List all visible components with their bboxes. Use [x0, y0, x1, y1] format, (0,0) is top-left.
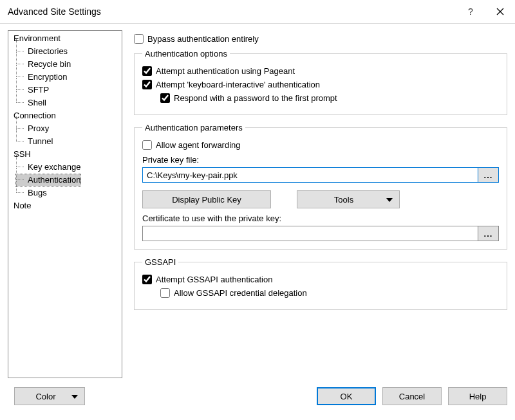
auth-params-group: Authentication parameters Allow agent fo… — [134, 123, 507, 250]
tree-directories[interactable]: Directories — [8, 45, 122, 58]
tree-encryption[interactable]: Encryption — [8, 71, 122, 84]
agent-fwd-label: Allow agent forwarding — [156, 140, 241, 150]
ok-button[interactable]: OK — [317, 387, 376, 405]
tree-connection[interactable]: Connection — [8, 109, 122, 122]
private-key-label: Private key file: — [142, 155, 499, 165]
gssapi-deleg-label: Allow GSSAPI credential delegation — [174, 288, 307, 298]
tree-tunnel[interactable]: Tunnel — [8, 135, 122, 148]
color-button[interactable]: Color — [14, 387, 85, 405]
gssapi-deleg-checkbox[interactable] — [160, 288, 170, 298]
help-button[interactable]: Help — [448, 387, 507, 405]
respond-checkbox[interactable] — [160, 93, 170, 103]
respond-label: Respond with a password to the first pro… — [174, 93, 337, 103]
certificate-browse-button[interactable]: ... — [478, 226, 499, 241]
auth-options-group: Authentication options Attempt authentic… — [134, 49, 507, 115]
cancel-button[interactable]: Cancel — [382, 387, 442, 405]
auth-options-legend: Authentication options — [142, 49, 230, 59]
pageant-label: Attempt authentication using Pageant — [156, 66, 295, 76]
gssapi-attempt-checkbox[interactable] — [142, 275, 152, 284]
gssapi-legend: GSSAPI — [142, 257, 178, 267]
certificate-label: Certificate to use with the private key: — [142, 214, 499, 223]
tools-button-label: Tools — [334, 195, 353, 205]
nav-tree[interactable]: Environment Directories Recycle bin Encr… — [8, 30, 122, 378]
bypass-auth-checkbox[interactable] — [134, 34, 144, 44]
tree-environment[interactable]: Environment — [8, 32, 122, 45]
chevron-down-icon — [386, 198, 393, 202]
certificate-input[interactable] — [142, 226, 478, 241]
kbint-label: Attempt 'keyboard-interactive' authentic… — [156, 80, 320, 89]
tree-bugs[interactable]: Bugs — [8, 187, 122, 199]
auth-params-legend: Authentication parameters — [142, 123, 245, 132]
color-button-label: Color — [35, 392, 55, 401]
dialog-footer: Color OK Cancel Help — [0, 381, 515, 412]
tree-key-exchange[interactable]: Key exchange — [8, 161, 122, 174]
tree-authentication[interactable]: Authentication — [8, 174, 122, 187]
private-key-browse-button[interactable]: ... — [478, 167, 499, 183]
content-pane: Bypass authentication entirely Authentic… — [122, 30, 507, 381]
display-public-key-button[interactable]: Display Public Key — [142, 190, 271, 208]
pageant-checkbox[interactable] — [142, 66, 152, 76]
tree-note[interactable]: Note — [8, 199, 122, 212]
tree-sftp[interactable]: SFTP — [8, 84, 122, 96]
gssapi-attempt-label: Attempt GSSAPI authentication — [156, 275, 272, 284]
kbint-checkbox[interactable] — [142, 80, 152, 89]
help-icon[interactable]: ? — [456, 0, 485, 23]
private-key-input[interactable] — [142, 167, 478, 183]
tools-button[interactable]: Tools — [297, 190, 400, 208]
title-bar: Advanced Site Settings ? — [0, 0, 515, 24]
tree-proxy[interactable]: Proxy — [8, 122, 122, 135]
chevron-down-icon — [71, 395, 78, 399]
bypass-auth-label: Bypass authentication entirely — [147, 34, 259, 44]
tree-recycle-bin[interactable]: Recycle bin — [8, 58, 122, 71]
agent-fwd-checkbox[interactable] — [142, 140, 152, 150]
window-title: Advanced Site Settings — [8, 6, 456, 17]
tree-ssh[interactable]: SSH — [8, 148, 122, 161]
close-icon[interactable] — [485, 0, 515, 23]
gssapi-group: GSSAPI Attempt GSSAPI authentication All… — [134, 257, 507, 310]
tree-shell[interactable]: Shell — [8, 96, 122, 109]
